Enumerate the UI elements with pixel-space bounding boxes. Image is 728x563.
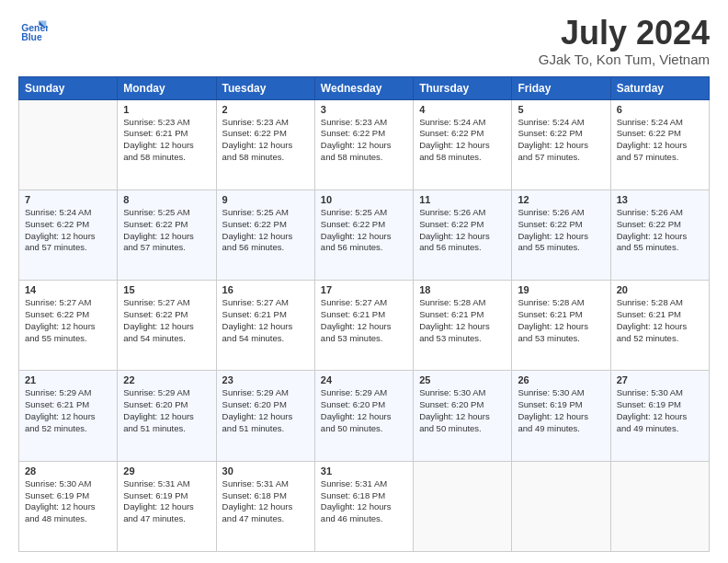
cell-date: 13 [617, 194, 703, 205]
weekday-header-wednesday: Wednesday [314, 76, 413, 99]
calendar-cell: 25Sunrise: 5:30 AM Sunset: 6:20 PM Dayli… [414, 371, 512, 461]
week-row-2: 7Sunrise: 5:24 AM Sunset: 6:22 PM Daylig… [19, 190, 710, 280]
cell-info: Sunrise: 5:30 AM Sunset: 6:19 PM Dayligh… [25, 478, 111, 525]
cell-date: 22 [123, 374, 210, 385]
svg-text:Blue: Blue [21, 32, 42, 42]
calendar-cell: 23Sunrise: 5:29 AM Sunset: 6:20 PM Dayli… [216, 371, 314, 461]
cell-date: 24 [321, 374, 407, 385]
cell-info: Sunrise: 5:24 AM Sunset: 6:22 PM Dayligh… [617, 117, 703, 164]
logo-icon: General Blue [18, 15, 48, 44]
calendar-cell [19, 99, 118, 190]
cell-date: 3 [321, 104, 407, 115]
cell-date: 4 [419, 104, 506, 115]
calendar-cell: 28Sunrise: 5:30 AM Sunset: 6:19 PM Dayli… [19, 461, 118, 551]
week-row-4: 21Sunrise: 5:29 AM Sunset: 6:21 PM Dayli… [19, 371, 710, 461]
cell-date: 10 [321, 194, 407, 205]
calendar-cell: 13Sunrise: 5:26 AM Sunset: 6:22 PM Dayli… [610, 190, 709, 280]
cell-info: Sunrise: 5:24 AM Sunset: 6:22 PM Dayligh… [25, 207, 111, 254]
cell-info: Sunrise: 5:29 AM Sunset: 6:20 PM Dayligh… [222, 387, 309, 434]
cell-info: Sunrise: 5:31 AM Sunset: 6:18 PM Dayligh… [321, 478, 407, 525]
calendar-cell: 1Sunrise: 5:23 AM Sunset: 6:21 PM Daylig… [118, 99, 216, 190]
cell-date: 28 [25, 465, 111, 477]
calendar-cell: 8Sunrise: 5:25 AM Sunset: 6:22 PM Daylig… [118, 190, 216, 280]
cell-info: Sunrise: 5:28 AM Sunset: 6:21 PM Dayligh… [617, 297, 703, 344]
cell-date: 1 [123, 104, 210, 115]
cell-info: Sunrise: 5:30 AM Sunset: 6:19 PM Dayligh… [617, 387, 703, 434]
weekday-header-saturday: Saturday [610, 76, 709, 99]
cell-info: Sunrise: 5:25 AM Sunset: 6:22 PM Dayligh… [321, 207, 407, 254]
calendar-cell [610, 461, 709, 551]
cell-date: 20 [617, 284, 703, 295]
cell-date: 5 [518, 104, 604, 115]
main-title: July 2024 [539, 15, 710, 52]
cell-date: 30 [222, 465, 309, 477]
cell-date: 9 [222, 194, 309, 205]
calendar-cell: 7Sunrise: 5:24 AM Sunset: 6:22 PM Daylig… [19, 190, 118, 280]
calendar-cell: 17Sunrise: 5:27 AM Sunset: 6:21 PM Dayli… [314, 281, 413, 371]
cell-info: Sunrise: 5:31 AM Sunset: 6:19 PM Dayligh… [123, 478, 210, 525]
calendar-cell: 21Sunrise: 5:29 AM Sunset: 6:21 PM Dayli… [19, 371, 118, 461]
calendar-cell: 6Sunrise: 5:24 AM Sunset: 6:22 PM Daylig… [610, 99, 709, 190]
calendar-cell: 24Sunrise: 5:29 AM Sunset: 6:20 PM Dayli… [314, 371, 413, 461]
weekday-header-tuesday: Tuesday [216, 76, 314, 99]
calendar-cell: 30Sunrise: 5:31 AM Sunset: 6:18 PM Dayli… [216, 461, 314, 551]
calendar-body: 1Sunrise: 5:23 AM Sunset: 6:21 PM Daylig… [19, 99, 710, 551]
cell-info: Sunrise: 5:26 AM Sunset: 6:22 PM Dayligh… [518, 207, 604, 254]
cell-date: 21 [25, 374, 111, 385]
calendar-cell: 11Sunrise: 5:26 AM Sunset: 6:22 PM Dayli… [414, 190, 512, 280]
weekday-header-monday: Monday [118, 76, 216, 99]
cell-date: 31 [321, 465, 407, 477]
calendar-table: SundayMondayTuesdayWednesdayThursdayFrid… [18, 76, 710, 552]
title-block: July 2024 GJak To, Kon Tum, Vietnam [539, 15, 710, 67]
calendar-cell: 31Sunrise: 5:31 AM Sunset: 6:18 PM Dayli… [314, 461, 413, 551]
cell-info: Sunrise: 5:27 AM Sunset: 6:22 PM Dayligh… [25, 297, 111, 344]
cell-date: 8 [123, 194, 210, 205]
calendar-cell: 19Sunrise: 5:28 AM Sunset: 6:21 PM Dayli… [512, 281, 610, 371]
cell-date: 14 [25, 284, 111, 295]
cell-date: 16 [222, 284, 309, 295]
calendar-cell: 26Sunrise: 5:30 AM Sunset: 6:19 PM Dayli… [512, 371, 610, 461]
cell-date: 25 [419, 374, 506, 385]
calendar-cell: 14Sunrise: 5:27 AM Sunset: 6:22 PM Dayli… [19, 281, 118, 371]
cell-info: Sunrise: 5:31 AM Sunset: 6:18 PM Dayligh… [222, 478, 309, 525]
calendar-cell: 2Sunrise: 5:23 AM Sunset: 6:22 PM Daylig… [216, 99, 314, 190]
cell-info: Sunrise: 5:27 AM Sunset: 6:22 PM Dayligh… [123, 297, 210, 344]
cell-info: Sunrise: 5:26 AM Sunset: 6:22 PM Dayligh… [419, 207, 506, 254]
calendar-cell: 18Sunrise: 5:28 AM Sunset: 6:21 PM Dayli… [414, 281, 512, 371]
cell-info: Sunrise: 5:29 AM Sunset: 6:21 PM Dayligh… [25, 387, 111, 434]
cell-info: Sunrise: 5:30 AM Sunset: 6:19 PM Dayligh… [518, 387, 604, 434]
weekday-header-thursday: Thursday [414, 76, 512, 99]
cell-date: 29 [123, 465, 210, 477]
cell-info: Sunrise: 5:24 AM Sunset: 6:22 PM Dayligh… [419, 117, 506, 164]
cell-date: 11 [419, 194, 506, 205]
cell-date: 17 [321, 284, 407, 295]
calendar-cell: 16Sunrise: 5:27 AM Sunset: 6:21 PM Dayli… [216, 281, 314, 371]
calendar-cell: 9Sunrise: 5:25 AM Sunset: 6:22 PM Daylig… [216, 190, 314, 280]
calendar-cell: 22Sunrise: 5:29 AM Sunset: 6:20 PM Dayli… [118, 371, 216, 461]
cell-info: Sunrise: 5:24 AM Sunset: 6:22 PM Dayligh… [518, 117, 604, 164]
calendar-cell: 4Sunrise: 5:24 AM Sunset: 6:22 PM Daylig… [414, 99, 512, 190]
logo: General Blue [18, 15, 48, 44]
cell-date: 19 [518, 284, 604, 295]
weekday-header-sunday: Sunday [19, 76, 118, 99]
cell-info: Sunrise: 5:23 AM Sunset: 6:22 PM Dayligh… [321, 117, 407, 164]
calendar-cell: 15Sunrise: 5:27 AM Sunset: 6:22 PM Dayli… [118, 281, 216, 371]
week-row-1: 1Sunrise: 5:23 AM Sunset: 6:21 PM Daylig… [19, 99, 710, 190]
cell-info: Sunrise: 5:23 AM Sunset: 6:22 PM Dayligh… [222, 117, 309, 164]
cell-info: Sunrise: 5:23 AM Sunset: 6:21 PM Dayligh… [123, 117, 210, 164]
cell-date: 23 [222, 374, 309, 385]
cell-info: Sunrise: 5:25 AM Sunset: 6:22 PM Dayligh… [222, 207, 309, 254]
calendar-cell: 20Sunrise: 5:28 AM Sunset: 6:21 PM Dayli… [610, 281, 709, 371]
calendar-cell: 27Sunrise: 5:30 AM Sunset: 6:19 PM Dayli… [610, 371, 709, 461]
cell-date: 15 [123, 284, 210, 295]
calendar-header-row: SundayMondayTuesdayWednesdayThursdayFrid… [19, 76, 710, 99]
cell-date: 26 [518, 374, 604, 385]
header: General Blue July 2024 GJak To, Kon Tum,… [18, 15, 710, 67]
week-row-3: 14Sunrise: 5:27 AM Sunset: 6:22 PM Dayli… [19, 281, 710, 371]
calendar-cell: 3Sunrise: 5:23 AM Sunset: 6:22 PM Daylig… [314, 99, 413, 190]
cell-info: Sunrise: 5:27 AM Sunset: 6:21 PM Dayligh… [222, 297, 309, 344]
cell-date: 7 [25, 194, 111, 205]
calendar-cell: 10Sunrise: 5:25 AM Sunset: 6:22 PM Dayli… [314, 190, 413, 280]
cell-info: Sunrise: 5:27 AM Sunset: 6:21 PM Dayligh… [321, 297, 407, 344]
subtitle: GJak To, Kon Tum, Vietnam [539, 52, 710, 67]
